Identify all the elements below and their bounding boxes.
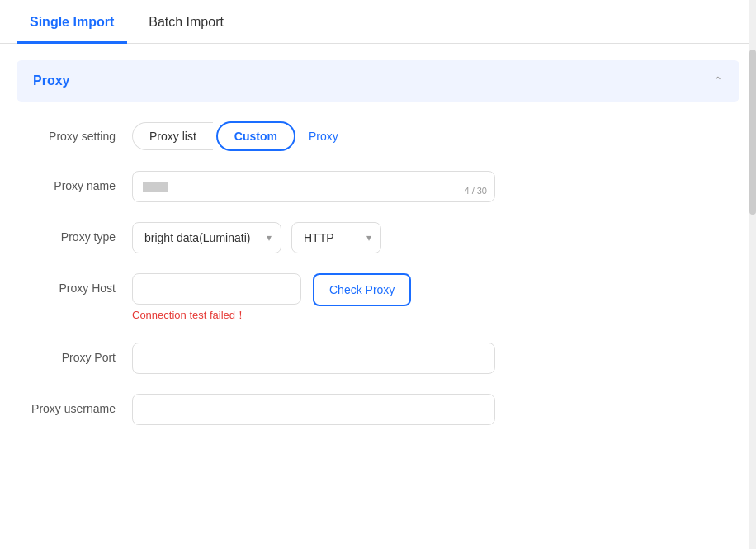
proxy-username-label: Proxy username	[25, 394, 132, 415]
proxy-type-label: Proxy type	[25, 222, 132, 244]
proxy-username-input[interactable]	[132, 394, 495, 425]
host-input-group: Connection test failed！	[132, 273, 301, 323]
proxy-setting-label: Proxy setting	[25, 121, 132, 143]
proxy-host-inner: Connection test failed！ Check Proxy	[132, 273, 731, 323]
protocol-select-wrapper: HTTP HTTPS SOCKS5	[291, 222, 381, 253]
proxy-type-select-wrapper: bright data(Luminati)	[132, 222, 281, 253]
proxy-section-title: Proxy	[33, 73, 69, 88]
proxy-host-row: Proxy Host Connection test failed！ Check…	[17, 273, 739, 323]
check-proxy-button[interactable]: Check Proxy	[313, 273, 411, 306]
proxy-type-row: Proxy type bright data(Luminati) HTTP HT…	[17, 222, 739, 253]
proxy-port-label: Proxy Port	[25, 343, 132, 364]
proxy-host-label: Proxy Host	[25, 273, 132, 295]
proxy-name-row: Proxy name 4 / 30	[17, 171, 739, 202]
scrollbar-thumb[interactable]	[749, 50, 756, 215]
proxy-username-row: Proxy username	[17, 394, 739, 425]
proxy-type-selects: bright data(Luminati) HTTP HTTPS SOCKS5	[132, 222, 731, 253]
proxy-name-control: 4 / 30	[132, 171, 731, 202]
proxy-setting-control: Proxy list Custom Proxy	[132, 121, 731, 151]
scrollbar-track	[749, 0, 756, 549]
proxy-name-char-count: 4 / 30	[464, 186, 487, 196]
tab-single-import[interactable]: Single Import	[17, 0, 127, 44]
proxy-section-header[interactable]: Proxy ⌃	[17, 60, 739, 102]
proxy-setting-group: Proxy list Custom Proxy	[132, 121, 731, 151]
proxy-type-control: bright data(Luminati) HTTP HTTPS SOCKS5	[132, 222, 731, 253]
proxy-port-row: Proxy Port	[17, 343, 739, 374]
proxy-type-select[interactable]: bright data(Luminati)	[132, 222, 281, 253]
protocol-select[interactable]: HTTP HTTPS SOCKS5	[291, 222, 381, 253]
proxy-setting-row: Proxy setting Proxy list Custom Proxy	[17, 121, 739, 151]
custom-btn[interactable]: Custom	[216, 121, 295, 151]
proxy-host-control: Connection test failed！ Check Proxy	[132, 273, 731, 323]
chevron-up-icon: ⌃	[713, 74, 723, 88]
tab-batch-import[interactable]: Batch Import	[135, 0, 237, 44]
proxy-list-btn[interactable]: Proxy list	[132, 122, 213, 150]
content-area: Proxy ⌃ Proxy setting Proxy list Custom …	[0, 44, 756, 461]
proxy-port-control	[132, 343, 731, 374]
proxy-name-label: Proxy name	[25, 171, 132, 192]
proxy-link-btn[interactable]: Proxy	[299, 123, 348, 149]
proxy-name-input[interactable]	[132, 171, 495, 202]
proxy-port-input[interactable]	[132, 343, 495, 374]
proxy-host-input[interactable]	[132, 273, 301, 305]
tabs-header: Single Import Batch Import	[0, 0, 756, 44]
proxy-name-input-wrapper: 4 / 30	[132, 171, 495, 202]
connection-error-text: Connection test failed！	[132, 308, 301, 323]
proxy-username-control	[132, 394, 731, 425]
